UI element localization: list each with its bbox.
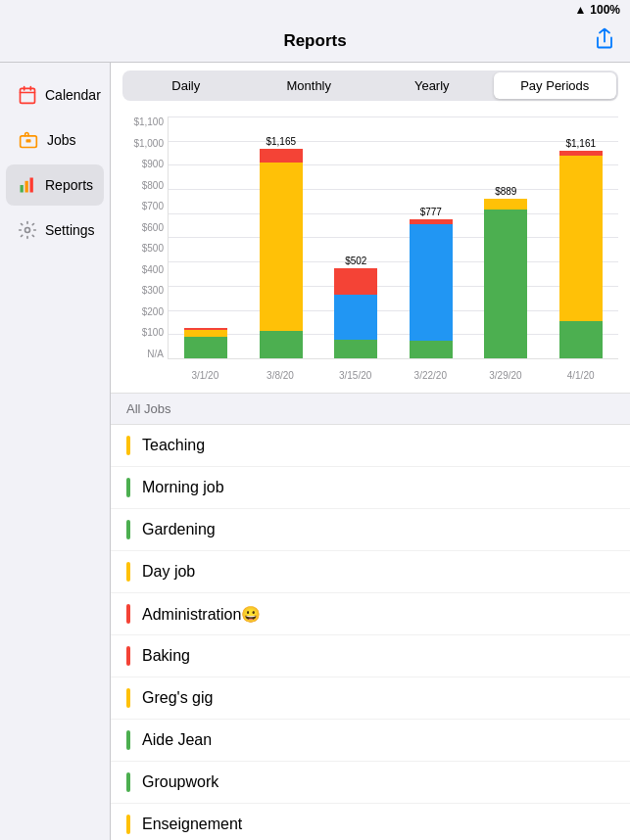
stacked-bar [559, 151, 603, 358]
job-color-bar [126, 562, 130, 582]
job-color-bar [126, 688, 130, 708]
job-name: Teaching [142, 437, 205, 454]
status-bar: ▲ 100% [0, 0, 630, 20]
bar-group[interactable]: $1,161 [552, 138, 610, 358]
svg-rect-0 [21, 88, 35, 103]
status-bar-right: ▲ 100% [574, 3, 620, 17]
bar-segment [260, 163, 303, 331]
job-item[interactable]: Aide Jean [111, 720, 630, 762]
tab-pay-periods[interactable]: Pay Periods [494, 72, 617, 99]
x-axis-label: 4/1/20 [552, 370, 610, 381]
x-axis-label: 3/8/20 [251, 370, 310, 381]
bar-group[interactable] [176, 326, 235, 358]
job-color-bar [126, 772, 130, 792]
sidebar-item-reports[interactable]: Reports [6, 164, 104, 206]
stacked-bar [410, 219, 453, 358]
job-name: Day job [142, 563, 195, 581]
content-area: Daily Monthly Yearly Pay Periods [111, 63, 630, 840]
bar-group[interactable]: $502 [326, 256, 385, 358]
calendar-icon [18, 84, 37, 106]
bar-segment [334, 268, 377, 295]
nav-bar: Reports [0, 20, 630, 63]
svg-rect-5 [30, 178, 33, 193]
x-axis-label: 3/1/20 [175, 370, 234, 381]
sidebar-label-settings: Settings [45, 222, 95, 238]
sidebar-label-calendar: Calendar [45, 87, 101, 103]
job-color-bar [126, 730, 130, 750]
job-color-bar [126, 815, 130, 834]
job-item[interactable]: Administration😀 [111, 593, 630, 635]
job-item[interactable]: Enseignement [111, 804, 630, 840]
main-layout: Calendar Jobs Reports [0, 63, 630, 840]
job-name: Administration😀 [142, 605, 261, 624]
bar-group[interactable]: $889 [476, 186, 535, 358]
bar-segment [334, 340, 377, 358]
sidebar-label-reports: Reports [45, 177, 93, 193]
tab-yearly[interactable]: Yearly [370, 72, 494, 99]
bar-value-label: $1,161 [565, 138, 596, 149]
wifi-icon: ▲ [574, 3, 586, 17]
bar-segment [559, 321, 603, 358]
y-axis-label: $100 [142, 327, 164, 338]
svg-point-6 [25, 228, 30, 233]
job-item[interactable]: Gardening [111, 509, 630, 551]
bar-value-label: $1,165 [266, 136, 296, 147]
job-item[interactable]: Baking [111, 635, 630, 677]
chart-wrapper: $1,100$1,000$900$800$700$600$500$400$300… [122, 117, 618, 389]
x-axis-label: 3/22/20 [401, 370, 460, 381]
job-item[interactable]: Greg's gig [111, 677, 630, 720]
sidebar-item-calendar[interactable]: Calendar [6, 74, 104, 116]
job-item[interactable]: Groupwork [111, 762, 630, 804]
y-axis-label: $400 [142, 264, 164, 275]
bar-group[interactable]: $1,165 [252, 136, 311, 358]
job-name: Baking [142, 647, 190, 665]
job-color-bar [126, 646, 130, 666]
stacked-bar [184, 328, 227, 358]
svg-rect-3 [21, 185, 24, 193]
bars-area: $1,165$502$777$889$1,161 [168, 117, 618, 359]
stacked-bar [334, 268, 377, 358]
job-item[interactable]: Morning job [111, 467, 630, 509]
x-axis: 3/1/203/8/203/15/203/22/203/29/204/1/20 [168, 361, 618, 389]
tab-monthly[interactable]: Monthly [248, 72, 371, 99]
battery-label: 100% [590, 3, 620, 17]
bar-group[interactable]: $777 [402, 207, 460, 358]
job-color-bar [126, 604, 130, 624]
sidebar: Calendar Jobs Reports [0, 63, 111, 840]
chart-container: $1,100$1,000$900$800$700$600$500$400$300… [111, 109, 630, 393]
job-name: Groupwork [142, 773, 218, 791]
stacked-bar [260, 149, 303, 358]
job-item[interactable]: Teaching [111, 425, 630, 467]
stacked-bar [484, 199, 527, 358]
segment-control: Daily Monthly Yearly Pay Periods [122, 70, 618, 101]
sidebar-item-jobs[interactable]: Jobs [6, 119, 104, 161]
bar-value-label: $889 [495, 186, 516, 197]
job-name: Gardening [142, 521, 216, 538]
y-axis-label: $200 [142, 306, 164, 317]
bar-segment [184, 337, 227, 358]
y-axis-label: $1,000 [133, 138, 164, 149]
job-name: Greg's gig [142, 689, 213, 707]
y-axis-label: $900 [142, 159, 164, 169]
bar-segment [410, 341, 453, 358]
y-axis-label: $1,100 [133, 117, 164, 127]
x-axis-label: 3/29/20 [476, 370, 535, 381]
y-axis-label: $600 [142, 222, 164, 233]
bar-segment [484, 210, 527, 358]
share-button[interactable] [595, 27, 614, 54]
reports-icon [18, 174, 37, 196]
sidebar-item-settings[interactable]: Settings [6, 210, 104, 251]
sidebar-label-jobs: Jobs [47, 132, 76, 148]
bar-segment [184, 330, 227, 337]
bar-segment [260, 149, 303, 163]
job-item[interactable]: Day job [111, 551, 630, 593]
y-axis-label: $700 [142, 201, 164, 211]
page-title: Reports [283, 31, 346, 51]
svg-rect-4 [25, 181, 28, 193]
job-name: Aide Jean [142, 731, 212, 749]
bar-segment [334, 295, 377, 340]
jobs-list[interactable]: TeachingMorning jobGardeningDay jobAdmin… [111, 425, 630, 840]
svg-rect-2 [26, 139, 31, 142]
y-axis-label: $800 [142, 180, 164, 191]
tab-daily[interactable]: Daily [124, 72, 248, 99]
